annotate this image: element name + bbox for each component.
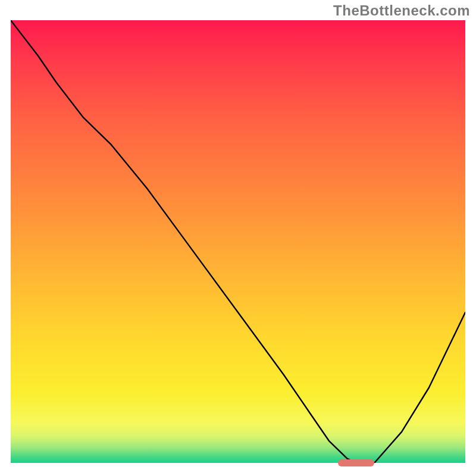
curve-svg xyxy=(11,20,465,463)
bottleneck-curve xyxy=(11,20,465,463)
chart-stage: TheBottleneck.com xyxy=(0,0,476,476)
watermark-text: TheBottleneck.com xyxy=(333,2,470,19)
plot-area xyxy=(11,20,465,463)
optimal-range-marker xyxy=(338,459,374,466)
